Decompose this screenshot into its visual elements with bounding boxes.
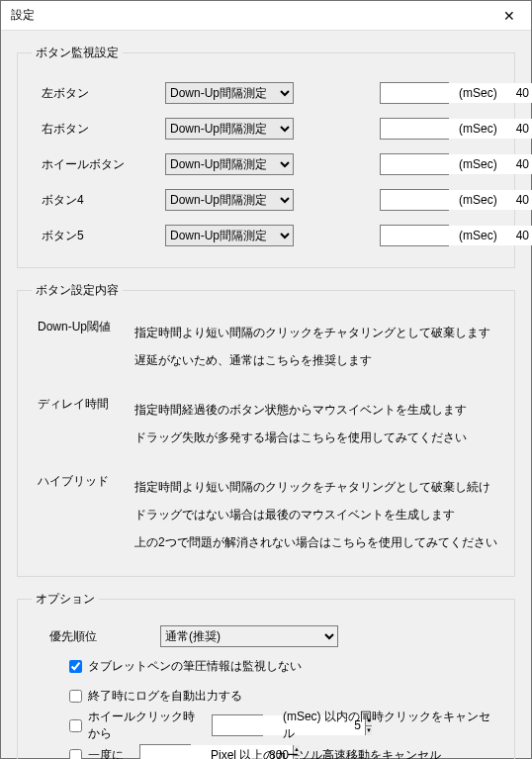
desc-delay: ディレイ時間 指定時間経過後のボタン状態からマウスイベントを生成します ドラッグ…	[32, 390, 500, 467]
check-pre: ホイールクリック時から	[88, 709, 206, 742]
desc-text: 指定時間より短い間隔のクリックをチャタリングとして破棄します 遅延がないため、通…	[134, 319, 500, 374]
log-checkbox[interactable]	[69, 690, 82, 703]
group-legend: ボタン監視設定	[32, 45, 123, 61]
check-log: 終了時にログを自動出力する	[32, 681, 500, 711]
titlebar: 設定 ✕	[1, 1, 531, 31]
settings-window: 設定 ✕ ボタン監視設定 左ボタン Down-Up間隔測定 ▲▼ (mSec) …	[0, 0, 532, 759]
tablet-checkbox[interactable]	[69, 660, 82, 673]
unit-label: (mSec)	[449, 157, 500, 171]
check-post: (mSec) 以内の同時クリックをキャンセル	[269, 709, 500, 742]
mode-select[interactable]: Down-Up間隔測定	[165, 118, 294, 140]
row-label: 右ボタン	[32, 121, 165, 138]
option-group: オプション 優先順位 通常(推奨) タブレットペンの筆圧情報は監視しない 終了時…	[17, 591, 515, 759]
value-spinbox[interactable]: ▲▼	[380, 153, 449, 175]
check-wheel-click: ホイールクリック時から ▲▼ (mSec) 以内の同時クリックをキャンセル	[32, 711, 500, 740]
once-checkbox[interactable]	[69, 749, 82, 760]
value-spinbox[interactable]: ▲▼	[380, 189, 449, 211]
desc-hybrid: ハイブリッド 指定時間より短い間隔のクリックをチャタリングとして破棄し続け ドラ…	[32, 467, 500, 562]
window-title: 設定	[11, 7, 487, 24]
once-spinbox[interactable]: ▲▼	[139, 744, 191, 759]
desc-label: ハイブリッド	[36, 473, 134, 556]
desc-text: 指定時間より短い間隔のクリックをチャタリングとして破棄し続け ドラッグではない場…	[134, 473, 500, 556]
check-text: 終了時にログを自動出力する	[88, 688, 242, 705]
mode-select[interactable]: Down-Up間隔測定	[165, 153, 294, 175]
wheelclick-checkbox[interactable]	[69, 719, 82, 732]
desc-label: ディレイ時間	[36, 396, 134, 451]
unit-label: (mSec)	[449, 193, 500, 207]
priority-select[interactable]: 通常(推奨)	[160, 625, 338, 647]
button-desc-group: ボタン設定内容 Down-Up閾値 指定時間より短い間隔のクリックをチャタリング…	[17, 282, 515, 577]
close-icon: ✕	[503, 8, 515, 24]
unit-label: (mSec)	[449, 229, 500, 242]
value-spinbox[interactable]: ▲▼	[380, 82, 449, 104]
row-label: ボタン4	[32, 192, 165, 209]
mode-select[interactable]: Down-Up間隔測定	[165, 189, 294, 211]
row-wheel-button: ホイールボタン Down-Up間隔測定 ▲▼ (mSec)	[32, 146, 500, 182]
content-area: ボタン監視設定 左ボタン Down-Up間隔測定 ▲▼ (mSec) 右ボタン …	[1, 31, 531, 759]
desc-label: Down-Up閾値	[36, 319, 134, 374]
check-once: 一度に ▲▼ Pixel 以上のカーソル高速移動をキャンセル	[32, 740, 500, 759]
value-spinbox[interactable]: ▲▼	[380, 225, 449, 246]
row-label: ホイールボタン	[32, 156, 165, 173]
row-button4: ボタン4 Down-Up間隔測定 ▲▼ (mSec)	[32, 182, 500, 218]
mode-select[interactable]: Down-Up間隔測定	[165, 82, 294, 104]
priority-label: 優先順位	[49, 628, 160, 645]
mode-select[interactable]: Down-Up間隔測定	[165, 225, 294, 246]
priority-row: 優先順位 通常(推奨)	[32, 621, 500, 651]
desc-text: 指定時間経過後のボタン状態からマウスイベントを生成します ドラッグ失敗が多発する…	[134, 396, 500, 451]
desc-downup: Down-Up閾値 指定時間より短い間隔のクリックをチャタリングとして破棄します…	[32, 313, 500, 390]
row-left-button: 左ボタン Down-Up間隔測定 ▲▼ (mSec)	[32, 75, 500, 111]
row-label: ボタン5	[32, 228, 165, 244]
check-post: Pixel 以上のカーソル高速移動をキャンセル	[197, 747, 441, 760]
group-legend: オプション	[32, 591, 99, 608]
value-spinbox[interactable]: ▲▼	[380, 118, 449, 140]
check-pre: 一度に	[88, 747, 133, 760]
row-right-button: 右ボタン Down-Up間隔測定 ▲▼ (mSec)	[32, 111, 500, 146]
group-legend: ボタン設定内容	[32, 282, 123, 299]
row-label: 左ボタン	[32, 85, 165, 102]
unit-label: (mSec)	[449, 86, 500, 100]
check-text: タブレットペンの筆圧情報は監視しない	[88, 658, 302, 675]
close-button[interactable]: ✕	[487, 1, 531, 31]
wheelclick-spinbox[interactable]: ▲▼	[212, 714, 263, 736]
check-tablet: タブレットペンの筆圧情報は監視しない	[32, 651, 500, 681]
unit-label: (mSec)	[449, 122, 500, 136]
button-monitor-group: ボタン監視設定 左ボタン Down-Up間隔測定 ▲▼ (mSec) 右ボタン …	[17, 45, 515, 268]
row-button5: ボタン5 Down-Up間隔測定 ▲▼ (mSec)	[32, 218, 500, 253]
